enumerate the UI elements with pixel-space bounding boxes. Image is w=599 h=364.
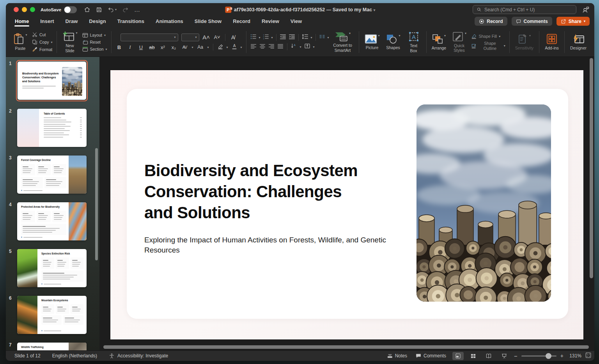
language-indicator[interactable]: English (Netherlands) [52,353,97,359]
slide-thumbnail-3[interactable]: Forest Coverage Decline [17,155,87,194]
underline-button[interactable]: U [137,44,145,50]
normal-view-button[interactable] [452,352,464,360]
clear-formatting-button[interactable]: A̸ [229,34,237,41]
shapes-chevron-icon[interactable]: ▾ [399,34,401,37]
layout-button[interactable]: Layout ▾ [82,33,107,38]
change-case-button[interactable]: Aa [197,44,204,50]
tab-animations[interactable]: Animations [155,17,184,27]
autosave-control[interactable]: AutoSave [41,6,77,13]
tab-insert[interactable]: Insert [40,17,54,27]
columns-chevron-icon[interactable]: ▾ [328,36,329,39]
slide-thumbnail-4[interactable]: Protected Areas for Biodiversity [17,202,87,240]
text-direction-button[interactable]: A [291,43,297,50]
slide-indicator[interactable]: Slide 1 of 12 [14,353,41,359]
layout-chevron-icon[interactable]: ▾ [104,34,106,37]
paste-button[interactable]: ▾ Paste [12,32,29,52]
accessibility-status[interactable]: Accessibility: Investigate [109,353,168,359]
align-center-button[interactable] [259,43,266,50]
arrange-chevron-icon[interactable]: ▾ [444,34,446,37]
align-text-button[interactable] [304,43,310,50]
shape-outline-button[interactable]: Shape Outline ▾ [471,41,505,50]
convert-to-smartart-button[interactable]: ▾ Convert to SmartArt [331,30,355,53]
align-text-chevron-icon[interactable]: ▾ [313,45,315,49]
fit-slide-button[interactable] [585,352,591,359]
tab-design[interactable]: Design [89,17,106,27]
columns-button[interactable] [319,34,325,41]
zoom-out-button[interactable]: − [514,353,517,359]
reading-view-button[interactable] [483,352,494,360]
slide-subtitle[interactable]: Exploring the Impact of Human Activities… [144,235,386,255]
bullets-chevron-icon[interactable]: ▾ [259,36,261,39]
paste-chevron-icon[interactable]: ▾ [25,33,27,37]
share-button[interactable]: Share ▾ [556,17,590,26]
status-comments-button[interactable]: Comments [413,352,448,360]
slide-thumbnail-1[interactable]: Biodiversity and Ecosystem Conservation:… [18,62,86,100]
slide-thumbnail-5[interactable]: Species Extinction Risk [17,249,87,287]
thumbnail-panel-scrollbar[interactable] [95,148,98,260]
title-chevron-icon[interactable]: ▾ [374,8,376,12]
numbering-button[interactable]: 123 [263,34,269,41]
cut-button[interactable]: Cut [32,32,53,37]
section-button[interactable]: Section ▾ [82,47,107,52]
slide-thumbnail-7[interactable]: Wildlife Trafficking [17,343,87,350]
italic-button[interactable]: I [126,44,134,50]
character-spacing-chevron-icon[interactable]: ▾ [192,46,193,49]
change-case-chevron-icon[interactable]: ▾ [207,46,209,49]
increase-indent-button[interactable] [289,34,295,41]
align-right-button[interactable] [268,43,275,50]
picture-chevron-icon[interactable]: ▾ [378,34,380,37]
comments-button[interactable]: Comments [512,17,552,26]
account-presence-icon[interactable] [582,5,590,15]
slideshow-view-button[interactable] [498,352,510,360]
text-box-button[interactable]: A Text Box [405,30,422,54]
font-size-combo[interactable]: ▾ [181,34,199,41]
notes-button[interactable]: Notes [385,352,409,360]
tab-record[interactable]: Record [232,17,251,27]
tab-slide-show[interactable]: Slide Show [194,17,222,27]
more-toolbar-commands-icon[interactable]: … [134,6,140,13]
highlight-chevron-icon[interactable]: ▾ [227,46,228,49]
vertical-scrollbar[interactable] [590,58,593,278]
undo-button[interactable]: ▾ [108,6,117,13]
new-slide-button[interactable]: ▾ New Slide [60,30,79,54]
horizontal-scrollbar[interactable] [103,345,589,349]
zoom-in-button[interactable]: + [560,353,564,359]
record-button[interactable]: Record [475,17,507,26]
autosave-toggle[interactable] [64,6,77,13]
character-spacing-button[interactable]: AV [181,45,189,49]
save-icon[interactable] [96,7,102,13]
zoom-level[interactable]: 131% [567,353,581,359]
slide-sorter-view-button[interactable] [468,352,479,360]
shrink-font-button[interactable]: A˅ [213,34,221,40]
strikethrough-button[interactable]: ab [148,44,156,50]
slide-title[interactable]: Biodiversity and Ecosystem Conservation:… [144,160,374,224]
close-window-button[interactable] [14,7,19,12]
zoom-slider-knob[interactable] [546,353,551,359]
tab-review[interactable]: Review [261,17,280,27]
decrease-indent-button[interactable] [280,34,286,41]
superscript-button[interactable]: x² [159,44,167,50]
tab-draw[interactable]: Draw [65,17,78,27]
copy-button[interactable]: Copy ▾ [32,39,53,45]
quick-styles-button[interactable]: ▾ Quick Styles [451,30,468,54]
bullets-button[interactable] [250,34,257,41]
justify-button[interactable] [277,43,284,50]
bold-button[interactable]: B [115,44,123,50]
copy-chevron-icon[interactable]: ▾ [51,41,53,44]
home-icon[interactable] [84,6,90,13]
section-chevron-icon[interactable]: ▾ [106,48,107,51]
shape-fill-button[interactable]: Shape Fill ▾ [471,34,505,39]
minimize-window-button[interactable] [22,7,27,12]
arrange-button[interactable]: ▾ Arrange [431,33,448,51]
undo-chevron-icon[interactable]: ▾ [115,8,117,11]
tab-view[interactable]: View [290,17,302,27]
shapes-button[interactable]: ▾ Shapes [385,33,402,51]
font-color-button[interactable]: A [231,44,237,51]
highlight-color-button[interactable] [217,44,223,51]
font-name-combo[interactable]: ▾ [121,34,178,41]
font-color-chevron-icon[interactable]: ▾ [241,46,242,49]
text-direction-chevron-icon[interactable]: ▾ [300,45,301,49]
slide-thumbnail-6[interactable]: Mountain Ecosystems [17,296,87,334]
shape-outline-chevron-icon[interactable]: ▾ [504,44,505,48]
current-slide[interactable]: Biodiversity and Ecosystem Conservation:… [110,70,583,339]
